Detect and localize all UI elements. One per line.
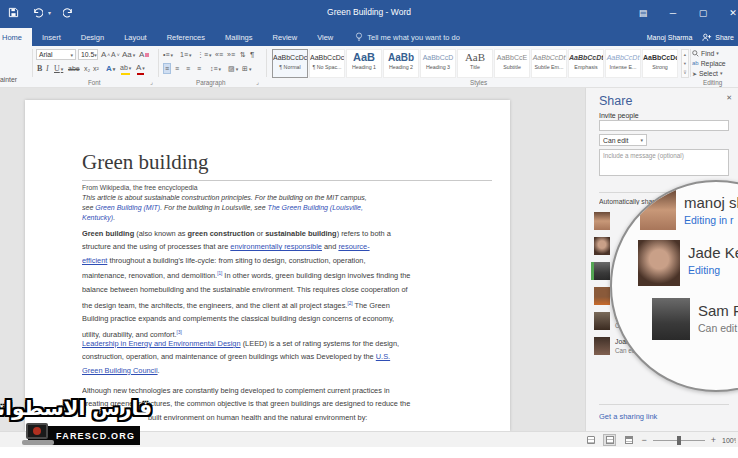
doc-hyperlink[interactable]: The Green Building (Louisville, [268, 204, 363, 211]
style-preview: AaBbCcE [495, 53, 529, 62]
doc-line: Leadership in Energy and Environmental D… [82, 337, 494, 350]
message-textarea[interactable] [599, 149, 729, 176]
font-name-dropdown[interactable]: Arial▾ [36, 49, 76, 60]
doc-hyperlink[interactable]: Kentucky) [82, 214, 113, 221]
ribbon-tab-row: HomeInsertDesignLayoutReferencesMailings… [0, 28, 738, 46]
tab-view[interactable]: View [307, 28, 343, 46]
zoom-in-button[interactable]: + [711, 435, 716, 445]
highlight-color-button[interactable]: ab▾ [120, 62, 131, 73]
justify-button[interactable]: ≡ [197, 63, 201, 74]
increase-indent-button[interactable]: »≡ [227, 49, 235, 60]
font-color-button[interactable]: A▾ [136, 62, 145, 73]
group-divider [158, 49, 159, 77]
zoom-slider[interactable] [653, 440, 705, 441]
select-button[interactable]: ➤ Select▾ [692, 68, 738, 78]
style-strong[interactable]: AaBbCcDcStrong [642, 49, 678, 78]
borders-button[interactable]: ⊞▾ [242, 63, 251, 74]
styles-gallery-scrollbar[interactable]: ▴▾⊽ [681, 49, 689, 78]
doc-hyperlink[interactable]: environmentally responsible [230, 242, 322, 251]
read-mode-icon [587, 436, 595, 444]
shading-button[interactable]: ▨▾ [228, 63, 238, 74]
decrease-indent-button[interactable]: «≡ [215, 49, 223, 60]
tab-insert[interactable]: Insert [32, 28, 71, 46]
web-layout-button[interactable] [622, 434, 635, 446]
style-name: Subtle Em... [532, 64, 566, 70]
multilevel-list-button[interactable]: ⋮≡▾ [197, 49, 212, 60]
invite-people-input[interactable] [599, 120, 729, 131]
doc-hyperlink[interactable]: Green Building Council [82, 366, 158, 375]
bold-button[interactable]: B [37, 63, 42, 74]
paragraph-dialog-launcher-icon[interactable]: ⌟ [256, 78, 259, 85]
superscript-button[interactable]: x² [93, 63, 99, 74]
replace-button[interactable]: ab Replace [692, 58, 738, 68]
style-intense-e-[interactable]: AaBbCcDtIntense E... [605, 49, 641, 78]
style--no-spac-[interactable]: AaBbCcDc¶ No Spac... [309, 49, 345, 78]
print-layout-button[interactable] [603, 434, 616, 446]
line-spacing-button[interactable]: ↕≡▾ [210, 63, 221, 74]
underline-button[interactable]: U▾ [54, 63, 63, 74]
doc-hyperlink[interactable]: Green Building (MIT) [95, 204, 160, 211]
style--normal[interactable]: AaBbCcDc¶ Normal [272, 49, 308, 78]
collaborator-name: Jade Kes [688, 244, 738, 261]
tab-home[interactable]: Home [0, 28, 32, 46]
sort-button[interactable]: ⇅ [240, 49, 246, 60]
font-size-dropdown[interactable]: 10.5▾ [78, 49, 98, 60]
style-name: Title [458, 64, 492, 70]
grow-font-button[interactable]: A˄ [101, 49, 110, 60]
tab-references[interactable]: References [157, 28, 215, 46]
share-button[interactable]: Share [702, 33, 734, 42]
minimize-icon[interactable]: ─ [658, 0, 688, 26]
ribbon-display-options-icon[interactable]: ▤ [628, 0, 658, 26]
chevron-down-icon: ▾ [94, 52, 97, 58]
group-divider [32, 49, 33, 77]
subscript-button[interactable]: x₂ [84, 63, 90, 74]
maximize-icon[interactable]: ▢ [688, 0, 718, 26]
tab-design[interactable]: Design [71, 28, 114, 46]
style-heading-2[interactable]: AaBbHeading 2 [383, 49, 419, 78]
find-button[interactable]: Find▾ [692, 48, 738, 58]
get-sharing-link[interactable]: Get a sharing link [599, 412, 657, 421]
read-mode-button[interactable] [584, 434, 597, 446]
style-heading-1[interactable]: AaBHeading 1 [346, 49, 382, 78]
tab-mailings[interactable]: Mailings [215, 28, 263, 46]
text-effects-button[interactable]: A▾ [106, 63, 115, 74]
change-case-button[interactable]: Aa▾ [122, 49, 135, 60]
style-subtle-em-[interactable]: AaBbCcDtSubtle Em... [531, 49, 567, 78]
align-right-button[interactable]: ≡ [186, 63, 190, 74]
zoom-slider-thumb[interactable] [677, 436, 681, 445]
clear-formatting-button[interactable]: A [139, 49, 149, 60]
collaborator-name: manoj sh [684, 194, 738, 211]
tell-me-box[interactable]: Tell me what you want to do [343, 28, 460, 46]
replace-label: Replace [701, 60, 726, 67]
account-name[interactable]: Manoj Sharma [647, 34, 693, 41]
doc-hyperlink[interactable]: efficient [82, 256, 107, 265]
shrink-font-button[interactable]: A˅ [111, 49, 120, 60]
format-painter-button[interactable]: Format Painter [0, 76, 72, 83]
show-hide-paragraph-button[interactable]: ¶ [250, 49, 254, 60]
style-heading-3[interactable]: AaBbCcDHeading 3 [420, 49, 456, 78]
permission-dropdown[interactable]: Can edit▾ [599, 134, 647, 146]
align-center-button[interactable]: ≡ [175, 63, 179, 74]
share-pane-close-icon[interactable]: ✕ [726, 94, 732, 102]
tab-layout[interactable]: Layout [114, 28, 157, 46]
zoom-out-button[interactable]: − [641, 435, 646, 445]
document-heading: Green building [82, 150, 492, 181]
tab-review[interactable]: Review [263, 28, 308, 46]
doc-hyperlink[interactable]: resource- [338, 242, 369, 251]
align-left-button[interactable]: ≡ [163, 63, 171, 74]
bullets-button[interactable]: •≡▾ [163, 49, 173, 60]
doc-hyperlink[interactable]: Leadership in Energy and Environmental D… [82, 339, 241, 348]
styles-group-label: Styles [470, 79, 487, 86]
style-subtitle[interactable]: AaBbCcESubtitle [494, 49, 530, 78]
italic-button[interactable]: I [46, 63, 49, 74]
style-title[interactable]: AaBTitle [457, 49, 493, 78]
strikethrough-button[interactable]: abe [68, 63, 80, 74]
style-emphasis[interactable]: AaBbCcDtEmphasis [568, 49, 604, 78]
doc-hyperlink[interactable]: U.S. [376, 352, 390, 361]
find-label: Find [701, 50, 714, 57]
font-dialog-launcher-icon[interactable]: ⌟ [150, 78, 153, 85]
numbering-button[interactable]: 1≡▾ [180, 49, 192, 60]
document-page[interactable]: Green building From Wikipedia, the free … [25, 100, 510, 431]
close-icon[interactable]: ✕ [718, 0, 738, 26]
zoom-level[interactable]: 100% [722, 437, 736, 444]
